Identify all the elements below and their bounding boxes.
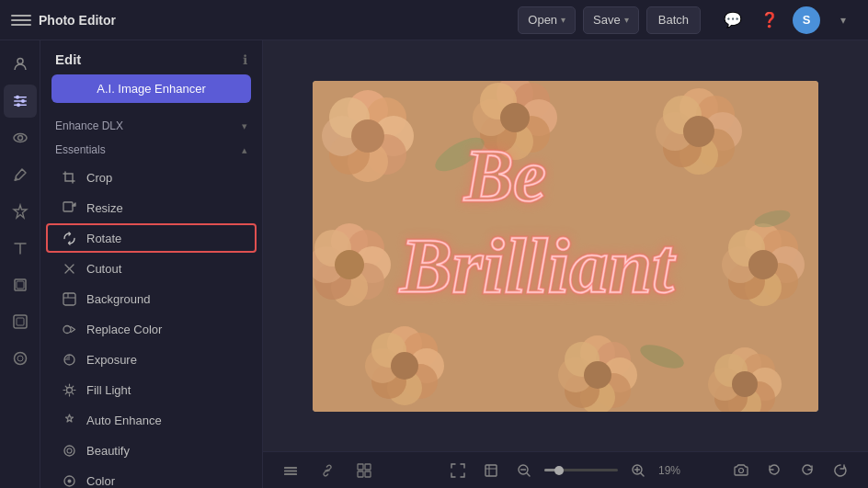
svg-point-6	[17, 103, 20, 107]
canvas-image: Be Be Be Brilliant Brilliant Brilliant	[313, 81, 818, 412]
app-title: Photo Editor	[39, 13, 116, 28]
color-icon	[61, 472, 77, 488]
sidebar-icon-person[interactable]	[4, 48, 37, 81]
fill-light-icon	[61, 381, 77, 398]
menu-item-color[interactable]: Color	[46, 466, 257, 488]
menu-item-auto-enhance[interactable]: Auto Enhance	[46, 405, 257, 435]
avatar[interactable]: S	[793, 6, 820, 34]
link-icon[interactable]	[314, 458, 340, 483]
svg-point-15	[17, 356, 23, 361]
fill-light-label: Fill Light	[86, 383, 242, 397]
zoom-out-icon[interactable]	[511, 458, 537, 483]
svg-point-8	[17, 136, 22, 141]
essentials-chevron-icon: ▴	[242, 144, 247, 156]
svg-point-80	[391, 352, 418, 380]
cutout-label: Cutout	[86, 262, 242, 276]
exposure-label: Exposure	[86, 353, 242, 367]
help-icon[interactable]: ❓	[756, 6, 783, 34]
rotate-icon	[61, 230, 77, 246]
menu-item-resize[interactable]: Resize	[46, 193, 257, 222]
menu-item-cutout[interactable]: Cutout	[46, 254, 257, 283]
grid-icon[interactable]	[351, 458, 377, 483]
chevron-down-icon[interactable]: ▾	[829, 6, 857, 34]
svg-point-89	[584, 361, 611, 389]
menu-item-exposure[interactable]: Exposure	[46, 345, 257, 374]
bottom-bar: 19%	[263, 451, 868, 488]
sidebar-icon-text[interactable]	[4, 232, 37, 265]
crop-icon	[61, 169, 77, 186]
sidebar-icon-stickers[interactable]	[4, 342, 37, 375]
main-layout: Edit ℹ A.I. Image Enhancer Enhance DLX ▾…	[0, 40, 868, 488]
sidebar-icon-effects[interactable]	[4, 195, 37, 228]
svg-rect-16	[63, 202, 73, 211]
screenshot-icon[interactable]	[728, 458, 754, 483]
svg-point-53	[683, 116, 714, 147]
undo-icon[interactable]	[761, 458, 787, 483]
layers-icon[interactable]	[278, 458, 303, 483]
menu-item-crop[interactable]: Crop	[46, 163, 257, 192]
menu-item-rotate[interactable]: Rotate	[46, 223, 257, 253]
crop-label: Crop	[86, 171, 242, 185]
sidebar-icon-adjust[interactable]	[4, 85, 37, 118]
enhance-dlx-label: Enhance DLX	[55, 119, 123, 132]
crop-view-icon[interactable]	[478, 458, 504, 483]
essentials-section[interactable]: Essentials ▴	[40, 138, 262, 162]
menu-item-replace-color[interactable]: Replace Color	[46, 314, 257, 344]
svg-rect-13	[17, 318, 24, 325]
svg-point-98	[732, 371, 758, 397]
essentials-label: Essentials	[55, 143, 106, 156]
zoom-percent: 19%	[658, 464, 686, 477]
save-button[interactable]: Save ▾	[583, 6, 639, 34]
svg-point-44	[500, 103, 530, 132]
sidebar-icon-brush[interactable]	[4, 158, 37, 191]
sidebar-icon-eye[interactable]	[4, 121, 37, 154]
svg-rect-109	[284, 470, 297, 471]
chat-icon[interactable]: 💬	[719, 6, 747, 34]
svg-rect-115	[485, 465, 497, 476]
icon-sidebar	[0, 40, 40, 488]
svg-text:Brilliant: Brilliant	[399, 222, 676, 309]
svg-rect-12	[14, 315, 27, 328]
panel-header: Edit ℹ	[40, 40, 262, 74]
svg-point-20	[66, 387, 72, 392]
svg-rect-114	[365, 471, 371, 477]
auto-enhance-label: Auto Enhance	[86, 414, 242, 427]
zoom-in-icon[interactable]	[625, 458, 651, 483]
info-icon[interactable]: ℹ	[243, 52, 247, 67]
svg-marker-9	[14, 205, 27, 218]
redo-icon[interactable]	[794, 458, 820, 483]
auto-enhance-icon	[61, 412, 77, 428]
sidebar-icon-frames[interactable]	[4, 305, 37, 338]
menu-item-beautify[interactable]: Beautify	[46, 436, 257, 465]
svg-rect-111	[358, 464, 363, 470]
sidebar-icon-layers[interactable]	[4, 268, 37, 301]
save-chevron-icon: ▾	[624, 15, 629, 25]
reset-icon[interactable]	[828, 458, 853, 483]
canvas-background: Be Be Be Brilliant Brilliant Brilliant	[313, 81, 818, 412]
enhance-dlx-section[interactable]: Enhance DLX ▾	[40, 114, 262, 138]
open-button[interactable]: Open ▾	[518, 6, 576, 34]
svg-rect-17	[63, 293, 75, 305]
background-icon	[61, 290, 77, 307]
replace-color-label: Replace Color	[86, 323, 242, 336]
ai-enhancer-button[interactable]: A.I. Image Enhancer	[51, 74, 251, 103]
svg-point-35	[351, 119, 384, 153]
rotate-label: Rotate	[86, 232, 242, 245]
menu-item-background[interactable]: Background	[46, 284, 257, 313]
zoom-slider[interactable]	[544, 469, 618, 471]
beautify-icon	[61, 442, 77, 459]
canvas-content[interactable]: Be Be Be Brilliant Brilliant Brilliant	[263, 40, 868, 451]
replace-color-icon	[61, 321, 77, 337]
bottom-center-tools: 19%	[445, 458, 686, 483]
svg-point-24	[67, 479, 71, 482]
batch-button[interactable]: Batch	[646, 6, 701, 34]
menu-icon[interactable]	[11, 10, 31, 30]
svg-point-14	[14, 353, 26, 365]
canvas-area: Be Be Be Brilliant Brilliant Brilliant	[263, 40, 868, 488]
panel-title: Edit	[55, 51, 81, 67]
svg-point-118	[739, 468, 744, 472]
menu-item-fill-light[interactable]: Fill Light	[46, 375, 257, 404]
svg-rect-108	[284, 467, 297, 469]
fit-screen-icon[interactable]	[445, 458, 471, 483]
cutout-icon	[61, 260, 77, 277]
